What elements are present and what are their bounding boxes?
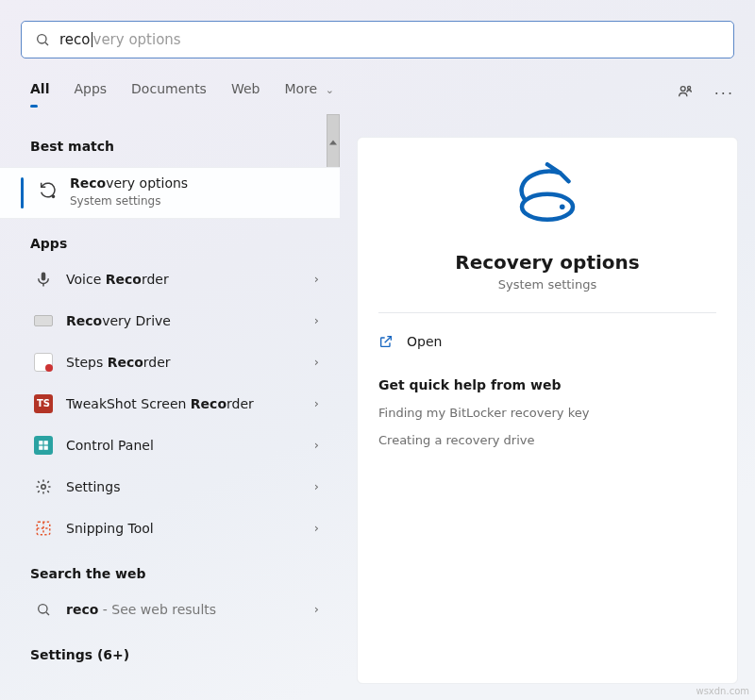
best-match-subtitle: System settings — [70, 194, 188, 208]
watermark: wsxdn.com — [696, 686, 749, 696]
best-match-title: Recovery options — [70, 175, 188, 192]
app-label: Recovery Drive — [66, 313, 171, 328]
detail-panel: Recovery options System settings Open Ge… — [357, 137, 738, 684]
search-autocomplete: very options — [93, 31, 181, 48]
app-icon — [34, 477, 53, 496]
svg-point-11 — [42, 484, 46, 489]
best-match-item[interactable]: Recovery options System settings — [0, 167, 340, 219]
svg-line-16 — [46, 612, 49, 615]
tab-web[interactable]: Web — [231, 81, 260, 106]
svg-rect-5 — [42, 272, 46, 280]
app-icon — [34, 436, 53, 455]
app-icon — [34, 519, 53, 538]
chevron-down-icon: ⌄ — [326, 84, 334, 96]
app-label: TweakShot Screen Recorder — [66, 396, 254, 411]
divider — [378, 312, 716, 313]
app-result[interactable]: Snipping Tool› — [0, 508, 340, 549]
app-label: Settings — [66, 479, 120, 494]
recovery-large-icon — [513, 162, 581, 234]
search-typed: reco — [59, 31, 91, 48]
svg-point-3 — [687, 86, 690, 89]
search-box[interactable]: recovery options — [21, 21, 734, 58]
chevron-right-icon: › — [314, 313, 327, 327]
svg-point-2 — [680, 87, 685, 92]
text-cursor — [92, 32, 92, 47]
open-icon — [378, 334, 394, 349]
search-input[interactable]: recovery options — [59, 31, 733, 48]
filter-tabs: All Apps Documents Web More ⌄ ··· — [0, 68, 755, 114]
svg-point-18 — [560, 204, 565, 209]
group-settings-more: Settings (6+) — [0, 630, 340, 670]
detail-title: Recovery options — [455, 251, 639, 274]
chevron-right-icon: › — [314, 396, 327, 410]
results-panel: Best match Recovery options System setti… — [0, 114, 340, 700]
more-options-icon[interactable]: ··· — [714, 85, 734, 103]
svg-rect-10 — [44, 445, 48, 449]
svg-rect-9 — [39, 445, 42, 449]
chevron-right-icon: › — [314, 355, 327, 369]
app-result[interactable]: TSTweakShot Screen Recorder› — [0, 383, 340, 425]
app-result[interactable]: Settings› — [0, 466, 340, 508]
help-heading: Get quick help from web — [378, 377, 716, 392]
open-action[interactable]: Open — [378, 326, 716, 357]
svg-rect-7 — [39, 441, 42, 444]
account-icon[interactable] — [677, 83, 694, 104]
app-label: Voice Recorder — [66, 272, 169, 287]
app-label: Snipping Tool — [66, 521, 154, 536]
detail-subtitle: System settings — [498, 277, 596, 292]
group-search-web: Search the web — [0, 549, 340, 589]
recovery-icon — [38, 179, 59, 204]
app-icon — [34, 353, 53, 372]
svg-point-0 — [38, 35, 46, 43]
svg-point-15 — [39, 604, 47, 612]
open-label: Open — [407, 334, 442, 349]
app-icon — [34, 270, 53, 289]
app-icon — [34, 311, 53, 330]
chevron-right-icon: › — [314, 438, 327, 452]
app-icon: TS — [34, 394, 53, 413]
tab-more[interactable]: More ⌄ — [284, 81, 333, 106]
search-icon — [35, 32, 50, 47]
app-result[interactable]: Recovery Drive› — [0, 300, 340, 342]
search-icon — [34, 600, 53, 619]
svg-point-17 — [522, 194, 573, 220]
app-label: Control Panel — [66, 438, 154, 453]
web-result[interactable]: reco - See web results › — [0, 589, 340, 630]
app-label: Steps Recorder — [66, 355, 171, 370]
svg-rect-8 — [44, 441, 48, 444]
app-result[interactable]: Control Panel› — [0, 425, 340, 466]
help-link[interactable]: Finding my BitLocker recovery key — [378, 406, 716, 420]
tab-all[interactable]: All — [30, 81, 49, 106]
chevron-right-icon: › — [314, 272, 327, 286]
svg-line-1 — [45, 42, 48, 45]
svg-point-4 — [52, 195, 54, 197]
chevron-right-icon: › — [314, 602, 327, 616]
chevron-right-icon: › — [314, 521, 327, 535]
app-result[interactable]: Voice Recorder› — [0, 258, 340, 300]
tab-apps[interactable]: Apps — [74, 81, 107, 106]
help-link[interactable]: Creating a recovery drive — [378, 433, 716, 447]
group-apps: Apps — [0, 219, 340, 258]
scrollbar[interactable] — [327, 114, 340, 171]
tab-documents[interactable]: Documents — [131, 81, 207, 106]
app-result[interactable]: Steps Recorder› — [0, 342, 340, 383]
group-best-match: Best match — [0, 122, 340, 161]
web-result-label: reco - See web results — [66, 602, 216, 617]
chevron-right-icon: › — [314, 479, 327, 493]
